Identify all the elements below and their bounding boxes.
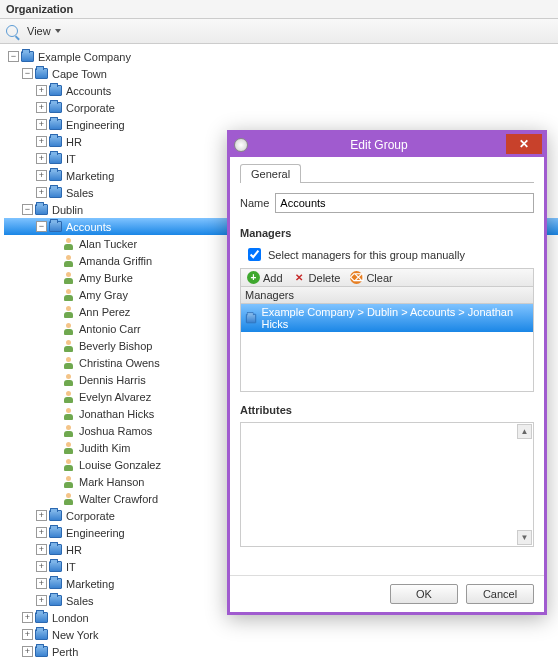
spacer	[50, 289, 61, 300]
tree-node-root[interactable]: − Example Company	[4, 48, 558, 65]
tree-node[interactable]: + Perth	[4, 643, 558, 658]
manual-managers-label: Select managers for this group manually	[268, 249, 465, 261]
expand-icon[interactable]: +	[36, 119, 47, 130]
tree-label: Amy Burke	[77, 272, 135, 284]
add-button[interactable]: + Add	[247, 271, 283, 284]
view-label: View	[27, 25, 51, 37]
tree-label: HR	[64, 136, 84, 148]
tree-label: IT	[64, 561, 78, 573]
tree-label: Marketing	[64, 578, 116, 590]
folder-icon	[49, 102, 62, 113]
tree-node-capetown[interactable]: − Cape Town	[4, 65, 558, 82]
expand-icon[interactable]: +	[36, 153, 47, 164]
expand-icon[interactable]: +	[36, 561, 47, 572]
person-icon	[63, 476, 75, 488]
spacer	[50, 306, 61, 317]
expand-icon[interactable]: +	[36, 527, 47, 538]
attributes-box[interactable]: ▲ ▼	[240, 422, 534, 547]
scroll-down-button[interactable]: ▼	[517, 530, 532, 545]
person-icon	[63, 493, 75, 505]
expand-icon[interactable]: +	[36, 85, 47, 96]
tree-label: New York	[50, 629, 100, 641]
tree-label: Dennis Harris	[77, 374, 148, 386]
tree-node[interactable]: + Corporate	[4, 99, 558, 116]
person-icon	[63, 289, 75, 301]
tree-label: Corporate	[64, 102, 117, 114]
expand-icon[interactable]: +	[36, 595, 47, 606]
person-icon	[63, 255, 75, 267]
attributes-label: Attributes	[240, 404, 534, 416]
view-dropdown[interactable]: View	[21, 22, 67, 40]
folder-icon	[49, 119, 62, 130]
expand-icon[interactable]: +	[36, 187, 47, 198]
tree-label: Dublin	[50, 204, 85, 216]
tree-label: Cape Town	[50, 68, 109, 80]
spacer	[50, 340, 61, 351]
folder-icon	[35, 68, 48, 79]
expand-icon[interactable]: +	[36, 102, 47, 113]
expand-icon[interactable]: +	[36, 136, 47, 147]
spacer	[50, 476, 61, 487]
tree-node[interactable]: + New York	[4, 626, 558, 643]
manual-managers-checkbox[interactable]	[248, 248, 261, 261]
delete-label: Delete	[309, 272, 341, 284]
close-button[interactable]: ✕	[506, 134, 542, 154]
person-icon	[63, 306, 75, 318]
dialog-titlebar[interactable]: Edit Group ✕	[230, 133, 544, 157]
collapse-icon[interactable]: −	[22, 68, 33, 79]
managers-toolbar: + Add Delete ⌫ Clear	[240, 268, 534, 287]
spacer	[50, 425, 61, 436]
delete-button[interactable]: Delete	[293, 271, 341, 284]
tree-label: Accounts	[64, 221, 113, 233]
tree-label: Louise Gonzalez	[77, 459, 163, 471]
add-label: Add	[263, 272, 283, 284]
folder-icon	[49, 85, 62, 96]
spacer	[50, 238, 61, 249]
spacer	[50, 391, 61, 402]
collapse-icon[interactable]: −	[8, 51, 19, 62]
delete-icon	[293, 271, 306, 284]
tree-node[interactable]: + Accounts	[4, 82, 558, 99]
expand-icon[interactable]: +	[36, 510, 47, 521]
expand-icon[interactable]: +	[22, 612, 33, 623]
person-icon	[63, 357, 75, 369]
spacer	[50, 374, 61, 385]
clear-label: Clear	[366, 272, 392, 284]
spacer	[50, 272, 61, 283]
expand-icon[interactable]: +	[22, 646, 33, 657]
name-input[interactable]	[275, 193, 534, 213]
tree-label: London	[50, 612, 91, 624]
folder-icon	[246, 313, 257, 322]
ok-button[interactable]: OK	[390, 584, 458, 604]
spacer	[50, 357, 61, 368]
collapse-icon[interactable]: −	[36, 221, 47, 232]
cancel-button[interactable]: Cancel	[466, 584, 534, 604]
managers-grid-row[interactable]: Example Company > Dublin > Accounts > Jo…	[241, 304, 533, 332]
name-label: Name	[240, 197, 269, 209]
grid-header[interactable]: Managers	[241, 287, 533, 304]
collapse-icon[interactable]: −	[22, 204, 33, 215]
folder-icon	[49, 187, 62, 198]
expand-icon[interactable]: +	[36, 170, 47, 181]
managers-grid: Managers Example Company > Dublin > Acco…	[240, 287, 534, 392]
toolbar: View	[0, 19, 558, 44]
tree-label: Corporate	[64, 510, 117, 522]
tree-label: Amy Gray	[77, 289, 130, 301]
tree-label: Example Company	[36, 51, 133, 63]
tree-label: Jonathan Hicks	[77, 408, 156, 420]
clear-button[interactable]: ⌫ Clear	[350, 271, 392, 284]
expand-icon[interactable]: +	[36, 578, 47, 589]
tree-label: Marketing	[64, 170, 116, 182]
folder-icon	[35, 646, 48, 657]
tab-general[interactable]: General	[240, 164, 301, 183]
expand-icon[interactable]: +	[22, 629, 33, 640]
tree-label: Amanda Griffin	[77, 255, 154, 267]
app-icon	[234, 138, 248, 152]
scroll-up-button[interactable]: ▲	[517, 424, 532, 439]
spacer	[50, 493, 61, 504]
folder-icon	[49, 544, 62, 555]
tree-label: Alan Tucker	[77, 238, 139, 250]
tree-label: Evelyn Alvarez	[77, 391, 153, 403]
expand-icon[interactable]: +	[36, 544, 47, 555]
tree-label: HR	[64, 544, 84, 556]
